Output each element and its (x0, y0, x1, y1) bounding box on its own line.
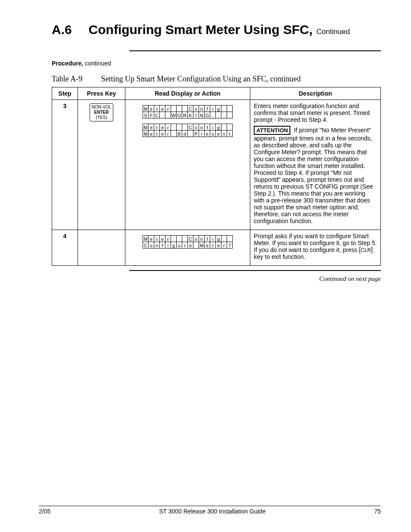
table-header-row: Step Press Key Read Display or Action De… (52, 87, 381, 100)
desc-p1: Enters meter configuration function and … (254, 103, 377, 123)
divider-bottom (129, 270, 381, 271)
table-caption-text: Setting Up Smart Meter Configuration Usi… (101, 75, 301, 83)
procedure-continued: Procedure, continued (52, 60, 381, 67)
col-read-display: Read Display or Action (125, 87, 250, 100)
description-cell: Enters meter configuration function and … (250, 100, 381, 230)
table-row: 4 MeterConfigConfigureMeter? Prompt asks… (52, 230, 381, 266)
page-footer: 2/05 ST 3000 Release 300 Installation Gu… (39, 506, 381, 515)
read-display-cell: MeterConfigConfigureMeter? (125, 230, 250, 266)
step-number: 3 (52, 100, 78, 230)
procedure-label: Procedure, (52, 60, 83, 67)
footer-center: ST 3000 Release 300 Installation Guide (50, 508, 374, 515)
attention-label: ATTENTION (254, 126, 290, 135)
key-line1: NON-VOL (92, 105, 112, 110)
desc-p2: If prompt "No Meter Present" appears, pr… (254, 127, 373, 224)
table-label: Table A-9 (52, 75, 99, 84)
lcd-display: MeterConfigMeterBdPresent (143, 124, 233, 137)
page-heading: A.6 Configuring Smart Meter Using SFC, C… (52, 22, 381, 37)
press-key-cell: NON-VOL ENTER (YES) (78, 100, 125, 230)
table-row: 3 NON-VOL ENTER (YES) MeterConfigSFCWORK… (52, 100, 381, 230)
footer-right: 75 (374, 508, 381, 515)
step-number: 4 (52, 230, 78, 266)
desc-p1: Prompt asks if you want to configure Sma… (254, 233, 377, 260)
key-line2: ENTER (92, 110, 112, 115)
divider-top (129, 50, 381, 51)
lcd-display: MeterConfigSFCWORKING... (143, 105, 233, 118)
col-step: Step (52, 87, 78, 100)
heading-continued: Continued (317, 28, 350, 36)
read-display-cell: MeterConfigSFCWORKING... MeterConfigMete… (125, 100, 250, 230)
table-caption: Table A-9 Setting Up Smart Meter Configu… (52, 75, 381, 84)
col-press-key: Press Key (78, 87, 125, 100)
desc-p1a: Prompt asks if you want to configure Sma… (254, 233, 377, 253)
desc-attention-block: ATTENTION If prompt "No Meter Present" a… (254, 126, 377, 224)
footer-left: 2/05 (39, 508, 50, 515)
col-description: Description (250, 87, 381, 100)
press-key-cell (78, 230, 125, 266)
procedure-cont-word: continued (83, 60, 111, 67)
config-table: Step Press Key Read Display or Action De… (52, 87, 381, 266)
heading-number: A.6 (52, 22, 72, 37)
key-box-nonvol-enter: NON-VOL ENTER (YES) (90, 103, 114, 121)
heading-title: Configuring Smart Meter Using SFC, (89, 22, 313, 37)
continued-on-next-page: Continued on next page (52, 275, 381, 283)
key-line3: (YES) (92, 115, 112, 120)
description-cell: Prompt asks if you want to configure Sma… (250, 230, 381, 266)
lcd-display: MeterConfigConfigureMeter? (143, 235, 233, 249)
clr-key-text: CLR (361, 247, 371, 253)
